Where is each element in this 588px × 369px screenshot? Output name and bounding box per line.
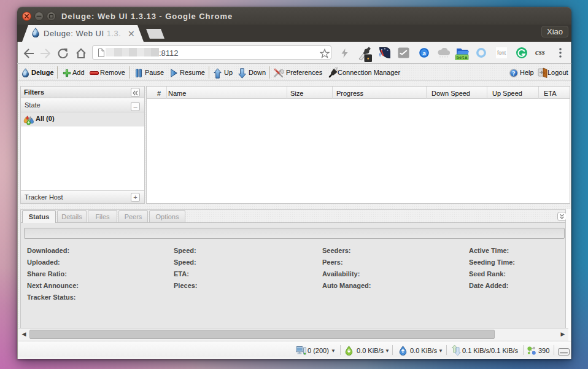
svg-text:font: font xyxy=(497,50,506,56)
svg-text:beta: beta xyxy=(456,55,468,60)
svg-text:?: ? xyxy=(513,70,516,77)
svg-text:a: a xyxy=(422,49,426,56)
